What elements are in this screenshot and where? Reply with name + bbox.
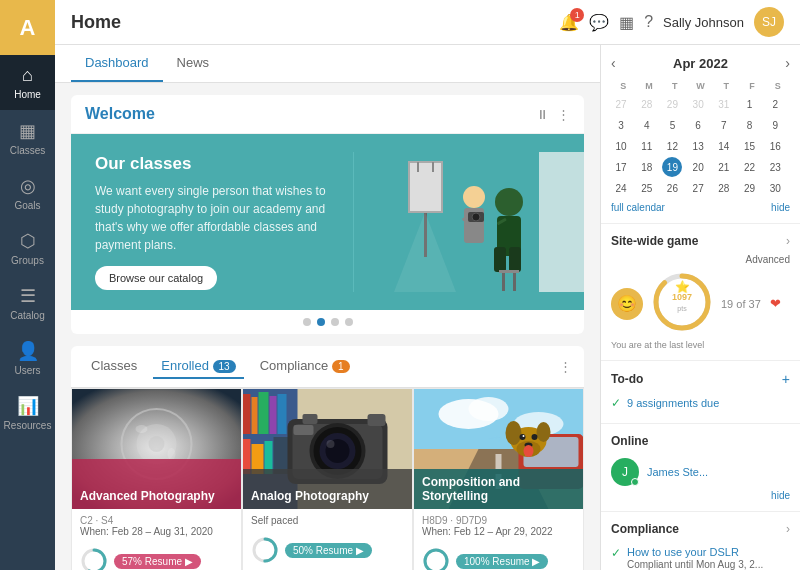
- cal-day[interactable]: 14: [714, 136, 734, 156]
- resume-btn-2[interactable]: 50% Resume ▶: [285, 543, 372, 558]
- cal-day[interactable]: 18: [637, 157, 657, 177]
- dot-1[interactable]: [303, 318, 311, 326]
- cal-header-t: T: [662, 79, 687, 93]
- sidebar-item-home[interactable]: ⌂ Home: [0, 55, 55, 110]
- cal-day[interactable]: 29: [662, 94, 682, 114]
- game-level: Advanced: [611, 254, 790, 265]
- cal-day[interactable]: 30: [688, 94, 708, 114]
- cal-day[interactable]: 6: [688, 115, 708, 135]
- cal-day[interactable]: 27: [688, 178, 708, 198]
- classes-tab-all[interactable]: Classes: [83, 354, 145, 379]
- todo-item-label[interactable]: 9 assignments due: [627, 397, 719, 409]
- classes-more-icon[interactable]: ⋮: [559, 359, 572, 374]
- course-thumb-2[interactable]: Analog Photography: [243, 389, 412, 509]
- online-section: Online J James Ste... hide: [601, 424, 800, 512]
- cal-day[interactable]: 21: [714, 157, 734, 177]
- cal-day[interactable]: 20: [688, 157, 708, 177]
- full-calendar-link[interactable]: full calendar: [611, 202, 665, 213]
- resume-btn-1[interactable]: 57% Resume ▶: [114, 554, 201, 569]
- calendar-grid: S M T W T F S 27 28 29 30 31 1 2 3: [611, 79, 790, 198]
- catalog-icon: ☰: [20, 285, 36, 307]
- cal-day[interactable]: 25: [637, 178, 657, 198]
- sidebar-item-goals[interactable]: ◎ Goals: [0, 165, 55, 220]
- calendar-hide-link[interactable]: hide: [771, 202, 790, 213]
- cal-day[interactable]: 28: [637, 94, 657, 114]
- cal-day[interactable]: 8: [740, 115, 760, 135]
- online-header: Online: [611, 434, 790, 448]
- cal-day[interactable]: 5: [662, 115, 682, 135]
- course-thumb-3[interactable]: Composition and Storytelling: [414, 389, 583, 509]
- cal-day[interactable]: 29: [740, 178, 760, 198]
- help-icon[interactable]: ?: [644, 13, 653, 31]
- cal-day[interactable]: 13: [688, 136, 708, 156]
- cal-day[interactable]: 27: [611, 94, 631, 114]
- cal-day[interactable]: 7: [714, 115, 734, 135]
- grid-icon[interactable]: ▦: [619, 13, 634, 32]
- dot-4[interactable]: [345, 318, 353, 326]
- course-meta-2: Self paced: [243, 509, 412, 532]
- sidebar-item-users[interactable]: 👤 Users: [0, 330, 55, 385]
- user-avatar[interactable]: SJ: [754, 7, 784, 37]
- svg-rect-32: [252, 397, 258, 434]
- game-content: 😊 1097 pts ⭐ 19 of 37 ❤: [611, 271, 790, 336]
- browse-catalog-button[interactable]: Browse our catalog: [95, 266, 217, 290]
- sidebar-item-classes[interactable]: ▦ Classes: [0, 110, 55, 165]
- cal-day[interactable]: 31: [714, 94, 734, 114]
- resume-btn-3[interactable]: 100% Resume ▶: [456, 554, 548, 569]
- cal-day[interactable]: 23: [765, 157, 785, 177]
- calendar-next-button[interactable]: ›: [785, 55, 790, 71]
- app-logo[interactable]: A: [0, 0, 55, 55]
- notification-bell-icon[interactable]: 🔔 1: [559, 13, 579, 32]
- sidebar-item-resources[interactable]: 📊 Resources: [0, 385, 55, 440]
- classes-section: Classes Enrolled 13 Compliance 1 ⋮: [55, 346, 600, 570]
- game-arrow-icon[interactable]: ›: [786, 234, 790, 248]
- cal-day[interactable]: 24: [611, 178, 631, 198]
- course-title-2: Analog Photography: [243, 483, 412, 509]
- calendar-prev-button[interactable]: ‹: [611, 55, 616, 71]
- cal-day[interactable]: 17: [611, 157, 631, 177]
- dashboard-tabs: Dashboard News: [55, 45, 600, 83]
- course-thumb-1[interactable]: Advanced Photography: [72, 389, 241, 509]
- progress-ring-3: [422, 547, 450, 570]
- classes-tab-compliance[interactable]: Compliance 1: [252, 354, 358, 379]
- cal-day[interactable]: 12: [662, 136, 682, 156]
- cal-day[interactable]: 9: [765, 115, 785, 135]
- cal-day[interactable]: 15: [740, 136, 760, 156]
- cal-day[interactable]: 30: [765, 178, 785, 198]
- sidebar-item-groups[interactable]: ⬡ Groups: [0, 220, 55, 275]
- pause-icon[interactable]: ⏸: [536, 107, 549, 122]
- dot-2[interactable]: [317, 318, 325, 326]
- svg-point-68: [532, 434, 538, 440]
- cal-day[interactable]: 16: [765, 136, 785, 156]
- game-rank-wrap: 19 of 37 ❤: [721, 296, 781, 311]
- message-icon[interactable]: 💬: [589, 13, 609, 32]
- cal-day[interactable]: 11: [637, 136, 657, 156]
- cal-day[interactable]: 3: [611, 115, 631, 135]
- tab-dashboard[interactable]: Dashboard: [71, 45, 163, 82]
- cal-day[interactable]: 26: [662, 178, 682, 198]
- cal-day-today[interactable]: 19: [662, 157, 682, 177]
- cal-day[interactable]: 10: [611, 136, 631, 156]
- online-user-name[interactable]: James Ste...: [647, 466, 708, 478]
- dot-3[interactable]: [331, 318, 339, 326]
- sidebar-item-catalog[interactable]: ☰ Catalog: [0, 275, 55, 330]
- svg-rect-49: [294, 425, 314, 435]
- more-icon[interactable]: ⋮: [557, 107, 570, 122]
- compliance-item-1: ✓ How to use your DSLR Compliant until M…: [611, 542, 790, 570]
- cal-day[interactable]: 1: [740, 94, 760, 114]
- todo-add-button[interactable]: +: [782, 371, 790, 387]
- cal-day[interactable]: 2: [765, 94, 785, 114]
- cal-day[interactable]: 22: [740, 157, 760, 177]
- studio-scene-svg: [354, 152, 584, 292]
- svg-text:pts: pts: [677, 305, 687, 313]
- cal-day[interactable]: 4: [637, 115, 657, 135]
- sidebar-label-goals: Goals: [14, 200, 40, 211]
- classes-tab-enrolled[interactable]: Enrolled 13: [153, 354, 243, 379]
- tab-news[interactable]: News: [163, 45, 224, 82]
- online-hide-link[interactable]: hide: [611, 490, 790, 501]
- compliance-arrow-icon[interactable]: ›: [786, 522, 790, 536]
- course-meta-3: H8D9 · 9D7D9 When: Feb 12 – Apr 29, 2022: [414, 509, 583, 543]
- welcome-text: Our classes We want every single person …: [71, 134, 353, 310]
- cal-day[interactable]: 28: [714, 178, 734, 198]
- topbar-right: 🔔 1 💬 ▦ ? Sally Johnson SJ: [559, 7, 784, 37]
